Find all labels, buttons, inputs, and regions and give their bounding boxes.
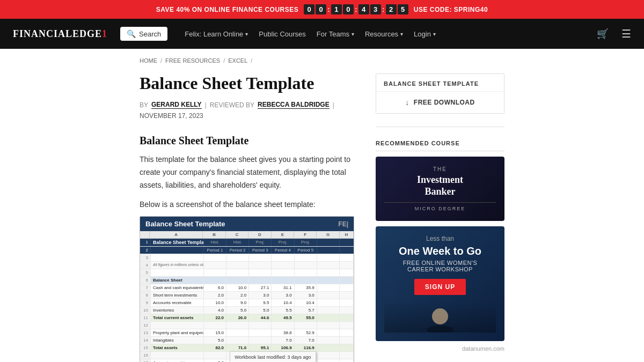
promo-image-placeholder	[384, 300, 496, 333]
ss-col-g: G	[317, 231, 339, 238]
chevron-down-icon-3: ▾	[400, 31, 403, 37]
promo-desc: FREE ONLINE WOMEN'SCAREER WORKSHOP	[384, 260, 496, 272]
timer-d3: 1	[331, 4, 342, 14]
nav-link-login[interactable]: Login ▾	[414, 30, 436, 38]
table-row: 11Total current assets22.026.044.649.555…	[140, 314, 354, 322]
ss-col-b: B	[203, 231, 225, 238]
recommended-section: RECOMMENDED COURSE THE InvestmentBanker …	[376, 135, 504, 341]
nav-link-teams[interactable]: For Teams ▾	[317, 30, 354, 38]
ss-subheader-row: 1 Balance Sheet Template Hist. Hist. Pro…	[140, 239, 354, 247]
ss-logo-icon: FE|	[338, 220, 348, 228]
nav-label-felix: Felix: Learn Online	[185, 30, 243, 38]
ss-col-e: E	[272, 231, 294, 238]
timer-d7: 2	[386, 4, 397, 14]
ss-col-row-num	[140, 231, 150, 238]
chevron-down-icon-2: ▾	[352, 31, 354, 37]
nav-link-resources[interactable]: Resources ▾	[365, 30, 403, 38]
top-banner: SAVE 40% ON ONLINE FINANCE COURSES 0 0 :…	[0, 0, 644, 19]
table-row: 10Inventories4.05.05.05.55.7	[140, 307, 354, 314]
search-icon: 🔍	[127, 29, 136, 38]
table-row: 9Accounts receivable10.09.09.510.410.4	[140, 299, 354, 307]
article-meta: BY GERARD KELLY | REVIEWED BY REBECCA BA…	[140, 101, 354, 120]
banner-text-left: SAVE 40% ON ONLINE FINANCE COURSES	[156, 6, 298, 13]
table-row: 5	[140, 269, 354, 277]
reviewed-label: REVIEWED BY	[210, 101, 254, 109]
spreadsheet-preview: Balance Sheet Template FE| A B C D E F G…	[140, 216, 354, 362]
author-link[interactable]: GERARD KELLY	[151, 101, 202, 109]
sidebar: BALANCE SHEET TEMPLATE ↓ FREE DOWNLOAD R…	[376, 73, 504, 362]
breadcrumb-sep-2: /	[223, 57, 225, 64]
download-card: BALANCE SHEET TEMPLATE ↓ FREE DOWNLOAD	[376, 73, 504, 114]
timer-d2: 0	[316, 4, 326, 14]
chevron-down-icon-4: ▾	[433, 31, 436, 37]
main-container: Balance Sheet Template BY GERARD KELLY |…	[0, 73, 644, 362]
table-row: 13Property plant and equipment15.038.652…	[140, 329, 354, 337]
recommended-title: RECOMMENDED COURSE	[376, 135, 504, 151]
countdown-timer: 0 0 : 1 0 : 4 3 : 2 5	[304, 4, 408, 14]
ss-header: Balance Sheet Template FE|	[140, 217, 354, 231]
search-button[interactable]: 🔍 Search	[120, 27, 167, 41]
ss-period-row: 2 Period 1 Period 2 Period 3 Period 4 Pe…	[140, 247, 354, 254]
ss-title: Balance Sheet Template	[145, 220, 225, 228]
nav-label-public: Public Courses	[259, 30, 305, 38]
by-label: BY	[140, 101, 148, 109]
course-the-label: THE	[433, 166, 447, 172]
nav-label-teams: For Teams	[317, 30, 349, 38]
ss-col-headers: A B C D E F G H	[140, 231, 354, 239]
table-row: 7Cash and cash equivalents6.010.027.131.…	[140, 284, 354, 292]
article-date: NOVEMBER 17, 2023	[140, 112, 203, 120]
ss-col-f: F	[294, 231, 317, 238]
timer-d1: 0	[304, 4, 314, 14]
page-title: Balance Sheet Template	[140, 73, 354, 93]
course-name: InvestmentBanker	[417, 174, 463, 197]
table-row: 3	[140, 254, 354, 262]
content-area: Balance Sheet Template BY GERARD KELLY |…	[140, 73, 354, 362]
breadcrumb-excel[interactable]: EXCEL	[228, 57, 247, 64]
chevron-down-icon: ▾	[245, 31, 248, 37]
nav-link-public[interactable]: Public Courses	[259, 30, 305, 38]
main-nav: FINANCIALEDGE1 🔍 Search Felix: Learn Onl…	[0, 19, 644, 49]
breadcrumb-sep-3: /	[251, 57, 252, 64]
ss-col-a: A	[150, 231, 203, 238]
nav-links: Felix: Learn Online ▾ Public Courses For…	[185, 30, 436, 38]
screenshot-caption: Below is a screenshot of the balance she…	[140, 200, 354, 209]
download-icon: ↓	[405, 98, 409, 107]
nav-label-resources: Resources	[365, 30, 398, 38]
timer-d8: 5	[398, 4, 408, 14]
timer-d5: 4	[358, 4, 369, 14]
course-card-image: THE InvestmentBanker MICRO DEGREE	[376, 157, 504, 221]
section-text: This template for the balance sheet give…	[140, 153, 354, 191]
promo-title: One Week to Go	[384, 245, 496, 257]
section-title: Balance Sheet Template	[140, 135, 354, 147]
ss-col-c: C	[226, 231, 248, 238]
ss-col-h: H	[340, 231, 354, 238]
table-row: 6Balance Sheet	[140, 277, 354, 284]
svg-point-0	[427, 326, 453, 333]
reviewer-link[interactable]: REBECCA BALDRIDGE	[258, 101, 330, 109]
timer-d6: 3	[370, 4, 381, 14]
svg-point-1	[432, 308, 448, 324]
spreadsheet-tooltip: Workbook last modified: 3 days ago	[230, 351, 316, 362]
course-card[interactable]: THE InvestmentBanker MICRO DEGREE	[376, 157, 504, 221]
cart-icon[interactable]: 🛒	[597, 28, 609, 40]
free-download-button[interactable]: ↓ FREE DOWNLOAD	[376, 92, 504, 113]
breadcrumb-free-resources[interactable]: FREE RESOURCES	[165, 57, 220, 64]
promo-subtitle: Less than	[384, 235, 496, 242]
nav-link-felix[interactable]: Felix: Learn Online ▾	[185, 30, 248, 38]
breadcrumb: HOME / FREE RESOURCES / EXCEL /	[0, 49, 644, 68]
table-row: 14Intangibles5.07.07.0	[140, 337, 354, 344]
table-row: 8Short term investments2.02.03.03.03.0	[140, 292, 354, 299]
search-label: Search	[139, 30, 161, 38]
breadcrumb-sep-1: /	[160, 57, 162, 64]
banner-text-right: USE CODE: SPRING40	[414, 6, 488, 13]
table-row: 4All figures in millions unless otherwis…	[140, 262, 354, 269]
micro-degree-label: MICRO DEGREE	[384, 202, 496, 211]
nav-label-login: Login	[414, 30, 431, 38]
breadcrumb-home[interactable]: HOME	[140, 57, 157, 64]
promo-signup-button[interactable]: SIGN UP	[414, 279, 466, 295]
timer-d4: 0	[343, 4, 354, 14]
site-logo[interactable]: FINANCIALEDGE1	[13, 28, 107, 40]
download-btn-label: FREE DOWNLOAD	[414, 99, 475, 106]
hamburger-menu-icon[interactable]: ☰	[621, 27, 631, 40]
promo-card: Less than One Week to Go FREE ONLINE WOM…	[376, 226, 504, 341]
